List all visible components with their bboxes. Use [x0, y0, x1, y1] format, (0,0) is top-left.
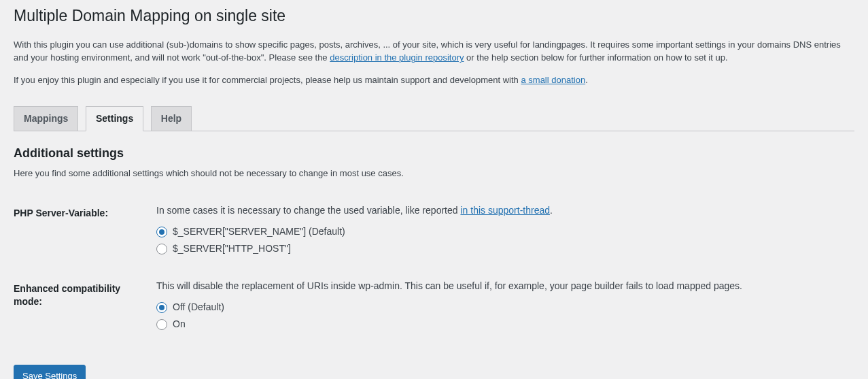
compat-mode-label: Enhanced compatibility mode:	[14, 269, 150, 344]
php-server-option-server-name: $_SERVER["SERVER_NAME"] (Default)	[156, 225, 848, 239]
radio-server-name[interactable]	[156, 227, 167, 237]
tabs-nav: Mappings Settings Help	[14, 100, 854, 131]
submit-wrapper: Save Settings	[14, 365, 854, 379]
radio-compat-off-label[interactable]: Off (Default)	[173, 300, 224, 314]
page-title: Multiple Domain Mapping on single site	[14, 0, 854, 29]
php-server-desc-pre: In some cases it is necessary to change …	[156, 205, 460, 216]
plugin-repository-link[interactable]: description in the plugin repository	[330, 52, 464, 63]
compat-mode-option-off: Off (Default)	[156, 300, 848, 314]
radio-server-name-label[interactable]: $_SERVER["SERVER_NAME"] (Default)	[173, 225, 345, 239]
section-description: Here you find some additional settings w…	[14, 167, 854, 180]
intro2-post-text: .	[585, 75, 588, 85]
radio-compat-on-label[interactable]: On	[173, 317, 186, 331]
compat-mode-desc: This will disable the replacement of URI…	[156, 279, 848, 293]
php-server-variable-desc: In some cases it is necessary to change …	[156, 203, 848, 218]
compat-mode-option-on: On	[156, 317, 848, 331]
section-heading: Additional settings	[14, 145, 854, 162]
save-settings-button[interactable]: Save Settings	[14, 365, 86, 379]
radio-http-host[interactable]	[156, 244, 167, 254]
radio-http-host-label[interactable]: $_SERVER["HTTP_HOST"]	[173, 242, 291, 256]
intro-paragraph-2: If you enjoy this plugin and especially …	[14, 73, 854, 87]
php-server-variable-label: PHP Server-Variable:	[14, 193, 150, 269]
tab-mappings[interactable]: Mappings	[14, 106, 78, 131]
php-server-option-http-host: $_SERVER["HTTP_HOST"]	[156, 242, 848, 256]
intro-paragraph-1: With this plugin you can use additional …	[14, 38, 854, 65]
radio-compat-on[interactable]	[156, 319, 167, 330]
radio-compat-off[interactable]	[156, 302, 167, 313]
tab-help[interactable]: Help	[151, 106, 192, 131]
php-server-desc-post: .	[550, 205, 553, 216]
support-thread-link[interactable]: in this support-thread	[460, 205, 550, 216]
intro2-pre-text: If you enjoy this plugin and especially …	[14, 75, 521, 85]
tab-settings[interactable]: Settings	[86, 106, 143, 131]
intro1-post-text: or the help section below for further in…	[464, 52, 728, 63]
settings-form-table: PHP Server-Variable: In some cases it is…	[14, 193, 854, 344]
donation-link[interactable]: a small donation	[521, 75, 585, 85]
